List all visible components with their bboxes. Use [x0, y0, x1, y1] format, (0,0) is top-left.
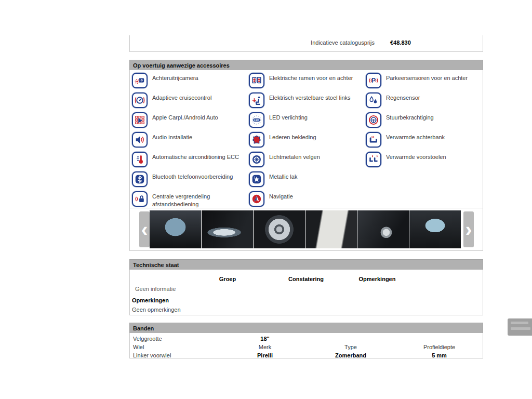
accessory-item: Regensensor — [366, 92, 481, 108]
led-icon: LED — [249, 112, 264, 128]
photo-thumbnail-alloy-wheel[interactable] — [254, 210, 305, 248]
technical-empty-text: Geen informatie — [135, 286, 176, 292]
tyre-col-merk: Merk — [223, 343, 307, 351]
watermark-overlay — [508, 318, 532, 336]
remarks-title: Opmerkingen — [132, 297, 169, 303]
accessory-label: Verwarmde voorstoelen — [386, 153, 481, 161]
accessory-label: Lederen bekleding — [269, 134, 364, 141]
tyre-col-type: Type — [307, 343, 395, 351]
heated-front-seat-icon — [366, 152, 381, 167]
accessory-item: Automatische airconditioning ECC — [132, 152, 247, 167]
table-header-spacer — [130, 276, 187, 282]
accessory-label: Centrale vergrendeling afstandsbediening — [152, 193, 247, 208]
tyres-section: Velggrootte 18" Wiel Merk Type Profieldi… — [129, 333, 483, 358]
accessories-section: Achteruitrijcamera Adaptieve cruisecontr… — [129, 70, 483, 251]
accessory-item: Navigatie — [249, 191, 364, 207]
tyres-section-header: Banden — [129, 323, 483, 333]
accessory-label: Metallic lak — [269, 173, 364, 181]
accessory-item: Elektrisch verstelbare stoel links — [249, 92, 364, 108]
accessory-label: Navigatie — [269, 193, 364, 201]
tyre-size-label: Velggrootte — [130, 335, 223, 343]
tyre-size-row: Velggrootte 18" — [130, 335, 483, 343]
carousel-thumbnails — [150, 210, 461, 248]
photo-thumbnail-document[interactable] — [305, 210, 357, 248]
alloy-wheel-icon — [249, 152, 264, 167]
accessory-item: Audio installatie — [132, 132, 247, 148]
accessory-item: Stuurbekrachtiging — [366, 112, 481, 128]
photo-thumbnail-key-fob[interactable] — [357, 210, 409, 248]
navigation-icon — [249, 191, 264, 207]
catalog-price-label: Indicatieve catalogusprijs — [311, 39, 375, 46]
audio-icon — [132, 132, 148, 148]
accessory-label: Elektrische ramen voor en achter — [269, 74, 364, 82]
accessory-label: Apple Carpl./Android Auto — [152, 114, 247, 122]
tyre-wheel-position: Linker voorwiel — [130, 351, 223, 360]
heated-rear-seat-icon — [366, 132, 381, 148]
accessory-item: LED LED verlichting — [249, 112, 364, 128]
accessory-item: Elektrische ramen voor en achter — [249, 73, 364, 88]
photo-thumbnail-center-console[interactable] — [150, 210, 201, 248]
table-header-opmerkingen: Opmerkingen — [344, 276, 410, 282]
accessory-item: Apple Carpl./Android Auto — [132, 112, 247, 128]
tyre-table-header-row: Wiel Merk Type Profieldiepte — [130, 343, 483, 351]
photo-thumbnail-infotainment[interactable] — [409, 210, 461, 248]
technical-section-header: Technische staat — [129, 259, 483, 270]
central-locking-icon — [132, 191, 148, 207]
accessory-label: LED verlichting — [269, 114, 364, 122]
accessory-label: Parkeersensoren voor en achter — [386, 74, 481, 82]
svg-text:P: P — [371, 77, 376, 84]
accessory-item: Bluetooth telefoonvoorbereiding — [132, 171, 247, 187]
table-header-spacer — [410, 276, 483, 282]
carousel-next-button[interactable]: › — [463, 211, 474, 247]
accessory-label: Elektrisch verstelbare stoel links — [269, 94, 364, 102]
accessory-label: Stuurbekrachtiging — [386, 114, 481, 122]
technical-section: Groep Constatering Opmerkingen Geen info… — [129, 270, 483, 315]
accessory-item: Verwarmde voorstoelen — [366, 152, 481, 167]
accessory-item: Metallic lak — [249, 171, 364, 187]
tyre-type: Zomerband — [307, 351, 395, 360]
tyre-brand: Pirelli — [223, 351, 307, 360]
accessory-label: Regensensor — [386, 94, 481, 102]
accessory-label: Lichtmetalen velgen — [269, 153, 364, 161]
photo-thumbnail-headlight[interactable] — [202, 210, 253, 248]
accessory-label: Adaptieve cruisecontrol — [152, 94, 247, 102]
tyre-col-profieldiepte: Profieldiepte — [395, 343, 484, 351]
accessory-label: Automatische airconditioning ECC — [152, 153, 247, 161]
cruise-control-icon — [132, 92, 148, 108]
remarks-empty-text: Geen opmerkingen — [132, 307, 181, 313]
parking-sensor-icon: P — [366, 73, 381, 88]
steering-icon — [366, 112, 381, 128]
leather-icon — [249, 132, 264, 148]
watermark-line — [511, 327, 530, 330]
tyre-data-row: Linker voorwiel Pirelli Zomerband 5 mm — [130, 351, 483, 360]
catalog-price-value: €48.830 — [390, 39, 411, 46]
metallic-paint-icon — [249, 171, 264, 187]
accessory-item: Adaptieve cruisecontrol — [132, 92, 247, 108]
vehicle-report-page: Indicatieve catalogusprijs €48.830 Op vo… — [0, 0, 532, 399]
accessories-grid: Achteruitrijcamera Adaptieve cruisecontr… — [130, 70, 483, 208]
rear-camera-icon — [132, 73, 148, 88]
tyre-col-wiel: Wiel — [130, 343, 223, 351]
accessory-item: Achteruitrijcamera — [132, 73, 247, 88]
accessory-label: Verwarmde achterbank — [386, 134, 481, 141]
climate-icon — [132, 152, 148, 167]
accessory-item: Lederen bekleding — [249, 132, 364, 148]
table-header-groep: Groep — [187, 276, 268, 282]
price-section: Indicatieve catalogusprijs €48.830 — [129, 35, 483, 52]
accessory-label: Bluetooth telefoonvoorbereiding — [152, 173, 247, 181]
table-header-constatering: Constatering — [268, 276, 344, 282]
svg-text:LED: LED — [254, 119, 259, 122]
tyre-tread-depth: 5 mm — [395, 351, 484, 360]
photo-carousel: ‹ › — [130, 208, 483, 251]
carousel-prev-button[interactable]: ‹ — [139, 211, 150, 247]
accessory-item: Lichtmetalen velgen — [249, 152, 364, 167]
rain-sensor-icon — [366, 92, 381, 108]
accessory-item: Verwarmde achterbank — [366, 132, 481, 148]
accessory-label: Audio installatie — [152, 134, 247, 141]
accessories-section-header: Op voertuig aanwezige accessoires — [129, 60, 483, 70]
accessory-label: Achteruitrijcamera — [152, 74, 247, 82]
tyre-size-value: 18" — [223, 335, 307, 343]
watermark-line — [511, 322, 528, 324]
technical-table-header: Groep Constatering Opmerkingen — [130, 276, 483, 282]
carplay-icon — [132, 112, 148, 128]
